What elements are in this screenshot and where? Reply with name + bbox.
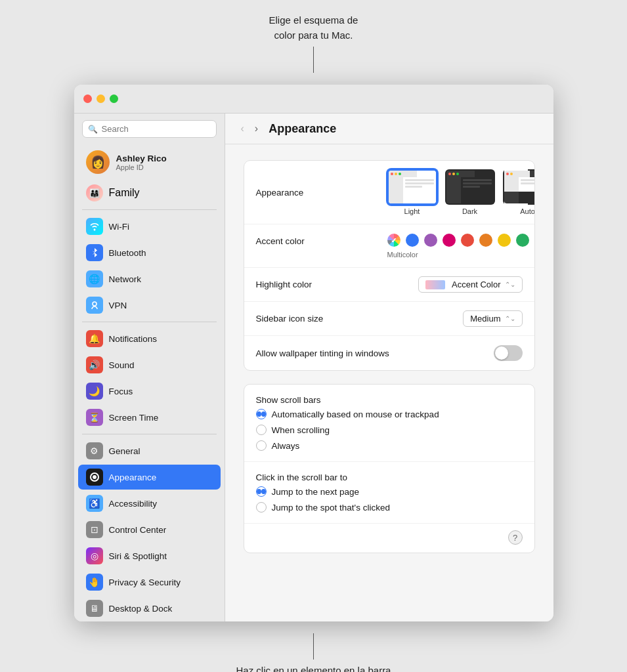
- accent-color-row: Accent color ✓: [244, 224, 534, 268]
- profile-info: Ashley Rico Apple ID: [116, 154, 167, 171]
- dark-thumbnail: [445, 169, 495, 205]
- appearance-light-option[interactable]: Light: [387, 169, 437, 215]
- sidebar-label-general: General: [109, 446, 141, 456]
- accent-orange[interactable]: [479, 234, 492, 247]
- radio-dot: [257, 411, 261, 417]
- general-icon: ⚙: [86, 442, 103, 459]
- svg-point-0: [93, 302, 97, 306]
- accent-multicolor[interactable]: ✓: [387, 234, 400, 247]
- sidebar-item-family[interactable]: 👨‍👩‍👧 Family: [78, 180, 221, 205]
- network-icon: 🌐: [86, 270, 103, 287]
- radio-dot-2: [257, 489, 261, 494]
- wallpaper-tinting-row: Allow wallpaper tinting in windows: [244, 336, 534, 370]
- sidebar-item-profile[interactable]: 👩 Ashley Rico Apple ID: [78, 145, 221, 179]
- profile-subtitle: Apple ID: [116, 163, 167, 171]
- click-spot-option[interactable]: Jump to the spot that's clicked: [256, 502, 523, 513]
- sidebar-item-desktop[interactable]: 🖥 Desktop & Dock: [78, 596, 221, 621]
- scroll-always-option[interactable]: Always: [256, 440, 523, 451]
- traffic-lights: [83, 94, 118, 103]
- close-button[interactable]: [83, 94, 92, 103]
- sidebar-label-network: Network: [109, 274, 142, 284]
- light-label: Light: [404, 207, 420, 215]
- sidebar-item-siri[interactable]: ◎ Siri & Spotlight: [78, 543, 221, 568]
- scroll-scrolling-radio[interactable]: [256, 425, 267, 435]
- scroll-bars-title: Show scroll bars: [256, 395, 523, 405]
- wallpaper-tinting-toggle[interactable]: [494, 345, 523, 361]
- dropdown-arrow-2: ⌃⌄: [505, 315, 515, 322]
- sidebar-item-network[interactable]: 🌐 Network: [78, 266, 221, 291]
- focus-icon: 🌙: [86, 383, 103, 400]
- tooltip-bottom-line1: Haz clic en un elemento en la barra: [236, 665, 391, 672]
- minimize-button[interactable]: [97, 94, 105, 103]
- fullscreen-button[interactable]: [110, 94, 118, 103]
- accent-pink[interactable]: [443, 234, 456, 247]
- screentime-icon: ⏳: [86, 409, 103, 426]
- sidebar-item-appearance[interactable]: Appearance: [78, 465, 221, 490]
- sidebar-label-desktop: Desktop & Dock: [109, 604, 173, 614]
- accent-purple[interactable]: [424, 234, 437, 247]
- highlight-color-dropdown[interactable]: Accent Color ⌃⌄: [418, 276, 522, 293]
- sidebar-divider-2: [82, 322, 217, 322]
- sidebar-item-general[interactable]: ⚙ General: [78, 438, 221, 463]
- sidebar-item-controlcenter[interactable]: ⊡ Control Center: [78, 517, 221, 542]
- privacy-icon: 🤚: [86, 574, 103, 591]
- click-next-page-option[interactable]: Jump to the next page: [256, 486, 523, 497]
- accent-colors-group: ✓: [387, 234, 535, 259]
- dropdown-arrow: ⌃⌄: [505, 281, 515, 288]
- sidebar-item-focus[interactable]: 🌙 Focus: [78, 379, 221, 404]
- scroll-always-radio[interactable]: [256, 440, 267, 451]
- accent-sublabel: Multicolor: [387, 251, 535, 259]
- back-button[interactable]: ‹: [238, 121, 247, 136]
- search-input[interactable]: [102, 124, 211, 134]
- click-next-page-radio[interactable]: [256, 486, 267, 497]
- help-button[interactable]: ?: [508, 530, 523, 545]
- sidebar-item-privacy[interactable]: 🤚 Privacy & Security: [78, 570, 221, 595]
- sidebar-label-accessibility: Accessibility: [109, 499, 158, 509]
- appearance-dark-option[interactable]: Dark: [445, 169, 495, 215]
- search-bar[interactable]: 🔍: [82, 120, 217, 138]
- notifications-icon: 🔔: [86, 330, 103, 347]
- sidebar-label-screentime: Screen Time: [109, 413, 159, 423]
- sidebar-item-accessibility[interactable]: ♿ Accessibility: [78, 491, 221, 516]
- sidebar-icon-size-dropdown[interactable]: Medium ⌃⌄: [463, 310, 522, 327]
- sidebar-item-wifi[interactable]: Wi-Fi: [78, 214, 221, 239]
- accessibility-icon: ♿: [86, 495, 103, 512]
- accent-blue[interactable]: [406, 234, 419, 247]
- accent-yellow[interactable]: [498, 234, 511, 247]
- accent-graphite[interactable]: [534, 234, 535, 247]
- appearance-auto-option[interactable]: Auto: [503, 169, 535, 215]
- scroll-bars-options: Automatically based on mouse or trackpad…: [256, 409, 523, 451]
- scroll-auto-radio[interactable]: [256, 409, 267, 419]
- sidebar-label-wifi: Wi-Fi: [109, 222, 129, 232]
- sidebar-item-bluetooth[interactable]: Bluetooth: [78, 240, 221, 265]
- appearance-options: Light: [387, 169, 535, 215]
- accent-color-control: ✓: [387, 234, 535, 259]
- titlebar: [74, 85, 553, 114]
- profile-name: Ashley Rico: [116, 154, 167, 163]
- sidebar-divider-3: [82, 434, 217, 434]
- forward-button[interactable]: ›: [252, 121, 261, 136]
- content-area: 🔍 👩 Ashley Rico Apple ID 👨‍👩‍👧 Family: [74, 114, 553, 621]
- sidebar-item-screentime[interactable]: ⏳ Screen Time: [78, 405, 221, 430]
- highlight-color-value: Accent Color: [452, 280, 500, 289]
- sidebar-item-vpn[interactable]: VPN: [78, 293, 221, 318]
- sidebar-icon-size-label: Sidebar icon size: [256, 314, 387, 324]
- help-row: ?: [244, 524, 534, 553]
- family-icon: 👨‍👩‍👧: [86, 184, 103, 201]
- sidebar-label-controlcenter: Control Center: [109, 525, 167, 535]
- sidebar-item-sound[interactable]: 🔊 Sound: [78, 352, 221, 377]
- click-spot-radio[interactable]: [256, 502, 267, 513]
- sidebar-item-notifications[interactable]: 🔔 Notifications: [78, 326, 221, 351]
- accent-red[interactable]: [461, 234, 474, 247]
- highlight-preview: [425, 280, 445, 289]
- scroll-auto-option[interactable]: Automatically based on mouse or trackpad: [256, 409, 523, 419]
- multicolor-check: ✓: [391, 237, 397, 244]
- settings-body: Appearance: [225, 144, 553, 582]
- search-icon: 🔍: [88, 125, 98, 134]
- highlight-color-control: Accent Color ⌃⌄: [387, 276, 523, 293]
- scrollbars-card: Show scroll bars Automatically based on …: [244, 384, 535, 553]
- sound-icon: 🔊: [86, 356, 103, 373]
- accent-green[interactable]: [516, 234, 529, 247]
- highlight-color-label: Highlight color: [256, 280, 387, 289]
- scroll-scrolling-option[interactable]: When scrolling: [256, 425, 523, 435]
